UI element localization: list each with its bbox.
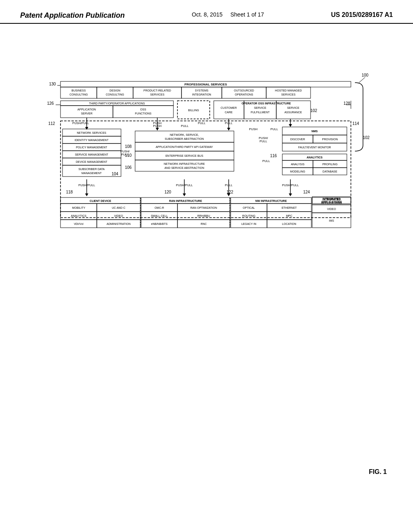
network-services: NETWORK SERVICES xyxy=(77,131,106,134)
analysis: ANALYSIS xyxy=(291,163,305,166)
svg-marker-44 xyxy=(227,128,230,131)
mpc: MPC xyxy=(286,214,292,217)
svg-marker-54 xyxy=(289,193,292,196)
provision: PROVISION xyxy=(322,138,338,141)
mobility: MOBILITY xyxy=(72,206,86,209)
integrated-apps2: APPLICATIONS xyxy=(321,202,342,204)
uc-and-c: UC AND C xyxy=(112,206,125,209)
small-cell: SMALL CELL xyxy=(151,214,168,217)
api-gateway: APPLICATION/THIRD PARTY API GATEWAY xyxy=(156,145,213,148)
product-related: PRODUCT-RELATED xyxy=(144,89,171,92)
billing: BILLING xyxy=(188,109,199,112)
pro-services-label: PROFESSIONAL SERVICES xyxy=(184,83,227,86)
integrated-apps: INTEGRATED xyxy=(323,197,341,200)
pull-507: PULL xyxy=(225,121,233,125)
product-related2: SERVICES xyxy=(150,93,165,96)
ref-106: 106 xyxy=(125,165,132,170)
third-party-label: THIRD PARTY/OPERATOR APPLICATIONS xyxy=(89,102,145,105)
publication-title: Patent Application Publication xyxy=(20,11,125,20)
oss-functions: OSS xyxy=(140,108,146,111)
video-bottom: VIDEO xyxy=(114,214,123,217)
svg-marker-48 xyxy=(85,193,88,196)
fault-event: FAULT/EVENT MONITOR xyxy=(298,146,331,149)
nw-infra-label: NW INFRASTRUCTURE xyxy=(255,200,287,202)
service-assurance: SERVICE xyxy=(287,106,300,109)
ref-124: 124 xyxy=(303,190,310,194)
network-abstraction: NETWORK, SERVICE, xyxy=(170,133,199,136)
esb: ENTERPRISE SERVICE BUS xyxy=(165,154,203,157)
outsourced-ops: OUTSOURCED xyxy=(234,89,254,92)
rnc: RNC xyxy=(200,222,206,225)
patent-number: US 2015/0289167 A1 xyxy=(331,11,393,19)
ref-112: 112 xyxy=(48,121,55,126)
svg-marker-50 xyxy=(183,193,186,196)
oss-functions2: FUNCTIONS xyxy=(135,112,152,115)
analytics-bottom: ANALYTICS xyxy=(71,214,87,217)
app-server2: SERVER xyxy=(81,112,93,115)
service-fulfillment2: FULFILLMENT xyxy=(250,111,270,114)
customer-care: CUSTOMER xyxy=(221,106,237,109)
design-consulting: DESIGN xyxy=(110,89,121,92)
svg-line-0 xyxy=(359,77,365,83)
policy-mgmt: POLICY MANAGEMENT xyxy=(76,146,107,149)
sheet: Sheet 1 of 17 xyxy=(230,11,264,18)
fig-label: FIG. 1 xyxy=(369,468,387,476)
pull-right: PULL xyxy=(271,127,278,131)
svg-rect-11 xyxy=(60,106,113,118)
svg-rect-29 xyxy=(135,160,234,171)
network-abstraction2: SUBSCRIBER ABSTRACTION xyxy=(165,137,204,140)
omc-r: OMC-R xyxy=(154,206,164,209)
customer-care2: CARE xyxy=(225,111,233,114)
pull-112: PULL xyxy=(198,121,206,125)
subscriber-data: SUBSCRIBER DATA xyxy=(78,168,104,170)
design-consulting2: CONSULTING xyxy=(106,93,124,96)
routing: ROUTING xyxy=(242,214,255,217)
rrh-bbu: RRH/BBU xyxy=(197,214,210,217)
systems-integration: SYSTEMS xyxy=(195,89,209,92)
ref-110: 110 xyxy=(125,153,132,158)
legacy-in: LEGACY IN xyxy=(241,222,256,225)
service-assurance2: ASSURANCE xyxy=(284,111,302,114)
pull-right2: PULL xyxy=(263,159,270,163)
device-mgmt: DEVICE MANAGEMENT xyxy=(76,160,108,163)
nw-infra2: AND SERVICE ABSTRACTION xyxy=(165,166,204,169)
svg-rect-16 xyxy=(214,101,244,119)
ref-108: 108 xyxy=(125,144,132,149)
modeling: MODELING xyxy=(290,170,305,173)
vdi-vxi: VDI/VxI xyxy=(74,222,83,225)
page-header: Patent Application Publication Oct. 8, 2… xyxy=(0,0,413,24)
hosted-managed2: SERVICES xyxy=(281,93,296,96)
discover: DISCOVER xyxy=(290,138,305,141)
optical: OPTICAL xyxy=(243,206,255,209)
push-right: PUSH xyxy=(249,127,258,131)
app-server: APPLICATION xyxy=(77,108,96,111)
business-consulting2: CONSULTING xyxy=(69,93,88,96)
ref-116: 116 xyxy=(270,154,277,158)
ran-infra-label: RAN INFRASTRUCTURE xyxy=(169,200,202,202)
nms-label: NMS xyxy=(311,130,318,133)
ethernet: ETHERNET xyxy=(282,206,297,209)
ims: IMS xyxy=(329,219,334,222)
date: Oct. 8, 2015 xyxy=(192,11,223,18)
enb-nb-bts: eNB/NB/BTS xyxy=(151,222,168,225)
analytics-label: ANALYTICS xyxy=(307,156,323,159)
nw-infra: NETWORK INFRASTRUCTURE xyxy=(164,162,205,165)
client-device-label: CLIENT DEVICE xyxy=(90,200,111,202)
ref-104: 104 xyxy=(112,172,119,176)
ref-118: 118 xyxy=(66,190,73,194)
location: LOCATION xyxy=(282,222,296,225)
ref-100: 100 xyxy=(362,73,369,77)
ref-102b: 102 xyxy=(311,108,317,113)
svg-rect-12 xyxy=(113,106,173,118)
ref-120: 120 xyxy=(165,190,171,194)
svg-marker-46 xyxy=(289,124,292,127)
svg-marker-40 xyxy=(85,127,88,130)
push-pull-112: PUSH/PULL xyxy=(72,121,89,125)
profiling: PROFILING xyxy=(322,163,338,166)
ref-122: 122 xyxy=(227,190,234,194)
outsourced-ops2: OPERATIONS xyxy=(235,93,253,96)
video-integrated: VIDEO xyxy=(327,208,336,210)
ref-114: 114 xyxy=(353,121,359,126)
database: DATABASE xyxy=(323,170,338,173)
pull-center: PULL xyxy=(181,124,189,128)
